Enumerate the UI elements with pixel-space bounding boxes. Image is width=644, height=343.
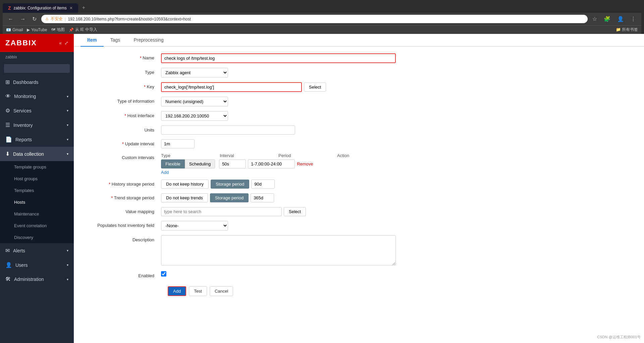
monitoring-icon: 👁: [5, 93, 11, 99]
enabled-label: Enabled: [87, 271, 161, 278]
sidebar-item-host-groups[interactable]: Host groups: [0, 173, 74, 185]
history-storage-value-input[interactable]: [251, 180, 275, 189]
reload-button[interactable]: ↻: [30, 15, 39, 23]
sidebar-item-users[interactable]: 👤 Users ▾: [0, 258, 74, 272]
sidebar-logo-controls[interactable]: « ⤢: [59, 40, 68, 46]
form-row-populates-inventory: Populates host inventory field -None-: [87, 221, 631, 231]
interval-value-input[interactable]: [219, 159, 246, 168]
sidebar-search[interactable]: [0, 62, 74, 75]
sidebar-item-maintenance[interactable]: Maintenance: [0, 208, 74, 220]
update-interval-input[interactable]: [161, 139, 195, 148]
search-input[interactable]: [4, 64, 70, 73]
custom-intervals-label: Custom intervals: [87, 153, 161, 160]
bookmark-youtube[interactable]: ▶ YouTube: [27, 28, 47, 32]
chevron-down-icon: ▾: [67, 138, 68, 141]
extensions-button[interactable]: 🧩: [602, 15, 612, 23]
interval-remove-link[interactable]: Remove: [297, 161, 313, 166]
units-input[interactable]: [161, 126, 295, 135]
profile-button[interactable]: 👤: [615, 15, 626, 23]
form-row-description: Description: [87, 235, 631, 266]
bookmark-star-button[interactable]: ☆: [590, 15, 599, 23]
cancel-button[interactable]: Cancel: [210, 286, 233, 296]
menu-button[interactable]: ⋮: [629, 15, 638, 23]
type-of-info-select[interactable]: Numeric (unsigned): [161, 97, 228, 106]
trend-no-keep-button[interactable]: Do not keep trends: [161, 193, 208, 202]
sidebar-item-templates[interactable]: Templates: [0, 185, 74, 196]
all-bookmarks[interactable]: 📁 所有书签: [616, 27, 638, 33]
history-storage-period-button[interactable]: Storage period: [211, 180, 249, 189]
value-mapping-select-button[interactable]: Select: [284, 207, 306, 216]
tab-preprocessing[interactable]: Preprocessing: [127, 34, 170, 47]
expand-icon[interactable]: ⤢: [64, 40, 68, 46]
sidebar-item-template-groups[interactable]: Template groups: [0, 161, 74, 173]
sidebar: ZABBIX « ⤢ zabbix ⊞ Dashboards 👁 Monitor…: [0, 34, 74, 343]
active-tab[interactable]: Z zabbix: Configuration of items ✕: [3, 3, 78, 13]
services-icon: ⚙: [5, 107, 10, 114]
description-textarea[interactable]: [161, 235, 396, 265]
chevron-down-icon: ▾: [67, 249, 68, 252]
history-storage-control: Do not keep history Storage period: [161, 180, 396, 189]
add-button[interactable]: Add: [168, 286, 186, 296]
interval-type-flexible-button[interactable]: Flexible: [161, 159, 185, 168]
enabled-checkbox[interactable]: [161, 271, 166, 277]
sidebar-item-hosts[interactable]: Hosts: [0, 196, 74, 208]
tab-tags[interactable]: Tags: [104, 34, 127, 47]
collapse-icon[interactable]: «: [59, 40, 62, 46]
name-label: Name: [87, 53, 161, 60]
dashboards-icon: ⊞: [5, 79, 10, 85]
form-row-type: Type Zabbix agent: [87, 68, 631, 78]
sidebar-logo: ZABBIX « ⤢: [0, 34, 74, 52]
history-no-keep-button[interactable]: Do not keep history: [161, 180, 209, 189]
bookmark-maps[interactable]: 🗺 地图: [51, 27, 65, 33]
sidebar-item-label: Dashboards: [13, 80, 39, 85]
form-row-units: Units: [87, 126, 631, 135]
bookmark-gmail[interactable]: 📧 Gmail: [6, 28, 23, 32]
value-mapping-input[interactable]: [161, 207, 282, 216]
interval-add-link[interactable]: Add: [161, 170, 396, 175]
type-label: Type: [87, 68, 161, 75]
populates-inventory-select[interactable]: -None-: [161, 221, 228, 231]
sidebar-item-data-collection[interactable]: ⬇ Data collection ▾: [0, 147, 74, 161]
reports-icon: 📄: [5, 136, 12, 143]
sidebar-item-event-correlation[interactable]: Event correlation: [0, 220, 74, 232]
trend-storage-period-button[interactable]: Storage period: [210, 193, 249, 202]
sidebar-item-administration[interactable]: 🛠 Administration ▾: [0, 272, 74, 286]
new-tab-button[interactable]: +: [78, 3, 89, 13]
sidebar-item-label: Data collection: [13, 151, 44, 157]
key-input[interactable]: [161, 82, 302, 92]
bookmark-ie-import[interactable]: 📌 从 IE 中导入: [69, 27, 97, 33]
test-button[interactable]: Test: [189, 286, 207, 296]
key-label: Key: [87, 82, 161, 89]
forward-button[interactable]: →: [18, 15, 28, 23]
sidebar-item-dashboards[interactable]: ⊞ Dashboards: [0, 75, 74, 89]
back-button[interactable]: ←: [6, 15, 15, 23]
content-area: Item Tags Preprocessing Name Type: [74, 34, 644, 343]
sidebar-item-alerts[interactable]: ✉ Alerts ▾: [0, 243, 74, 258]
interval-type-scheduling-button[interactable]: Scheduling: [185, 159, 215, 168]
logo-text: ZABBIX: [5, 39, 37, 47]
description-control: [161, 235, 396, 266]
sidebar-item-discovery[interactable]: Discovery: [0, 232, 74, 243]
update-interval-control: [161, 139, 396, 148]
sidebar-item-reports[interactable]: 📄 Reports ▾: [0, 132, 74, 147]
sidebar-item-inventory[interactable]: ☰ Inventory ▾: [0, 118, 74, 132]
tab-title: zabbix: Configuration of items: [14, 6, 67, 10]
trend-storage-value-input[interactable]: [251, 193, 274, 202]
tab-close-button[interactable]: ✕: [69, 6, 73, 10]
type-select[interactable]: Zabbix agent: [161, 68, 228, 78]
interval-period-input[interactable]: [248, 159, 295, 168]
address-bar[interactable]: [68, 17, 584, 21]
value-mapping-label: Value mapping: [87, 207, 161, 214]
tab-item[interactable]: Item: [80, 34, 104, 47]
chevron-down-icon: ▾: [67, 278, 68, 281]
page-content: Item Tags Preprocessing Name Type: [74, 34, 644, 343]
sidebar-item-monitoring[interactable]: 👁 Monitoring ▾: [0, 89, 74, 103]
custom-intervals-control: Type Interval Period Action Flexible Sch…: [161, 153, 396, 175]
sidebar-item-services[interactable]: ⚙ Services ▾: [0, 103, 74, 118]
history-storage-label: History storage period: [87, 180, 161, 187]
key-select-button[interactable]: Select: [304, 83, 326, 92]
name-input[interactable]: [161, 53, 396, 63]
host-interface-select[interactable]: 192.168.200.20:10050: [161, 111, 228, 121]
administration-icon: 🛠: [5, 276, 11, 282]
populates-inventory-control: -None-: [161, 221, 396, 231]
